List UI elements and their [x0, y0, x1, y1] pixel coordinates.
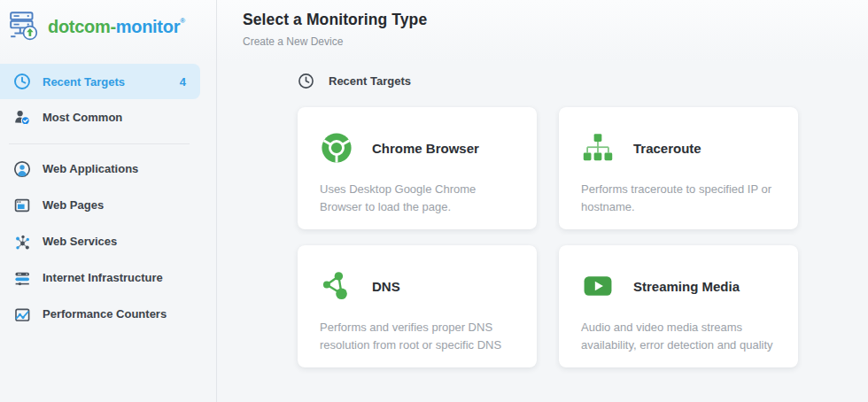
- section-label: Recent Targets: [329, 74, 411, 88]
- sidebar-item-label: Performance Counters: [43, 307, 186, 321]
- sidebar: dotcom-monitor® Recent Targets 4: [0, 0, 217, 402]
- sidebar-nav: Recent Targets 4 Most Common: [0, 64, 216, 332]
- card-streaming-media[interactable]: Streaming Media Audio and video media st…: [559, 245, 798, 367]
- page-title: Select a Monitoring Type: [243, 11, 868, 29]
- sidebar-item-label: Web Services: [43, 235, 186, 248]
- brand-logo[interactable]: dotcom-monitor®: [0, 0, 216, 53]
- card-title: Chrome Browser: [372, 141, 479, 156]
- card-description: Performs traceroute to specified IP or h…: [581, 181, 777, 216]
- card-title: DNS: [372, 279, 400, 294]
- sidebar-item-label: Recent Targets: [43, 75, 180, 89]
- card-traceroute[interactable]: Traceroute Performs traceroute to specif…: [559, 107, 798, 229]
- browser-window-icon: [12, 197, 31, 214]
- sidebar-item-web-pages[interactable]: Web Pages: [0, 187, 200, 223]
- card-title: Traceroute: [633, 141, 701, 156]
- dns-nodes-icon: [320, 269, 353, 303]
- server-upload-logo-icon: [8, 9, 40, 44]
- server-bars-icon: [12, 269, 31, 287]
- card-description: Performs and verifies proper DNS resolut…: [320, 319, 515, 354]
- play-media-icon: [581, 269, 615, 303]
- clock-icon: [12, 73, 31, 90]
- line-chart-icon: [12, 305, 31, 323]
- user-circle-icon: [12, 160, 31, 178]
- card-title: Streaming Media: [633, 279, 740, 294]
- monitoring-type-grid: Chrome Browser Uses Desktop Google Chrom…: [298, 107, 868, 367]
- sidebar-item-label: Web Applications: [43, 162, 186, 175]
- page-subtitle: Create a New Device: [243, 35, 868, 48]
- user-check-icon: [12, 108, 31, 126]
- sidebar-item-recent-targets[interactable]: Recent Targets 4: [0, 64, 200, 99]
- sidebar-item-label: Most Common: [43, 111, 186, 124]
- clock-icon: [298, 73, 314, 89]
- card-dns[interactable]: DNS Performs and verifies proper DNS res…: [298, 245, 537, 367]
- sidebar-divider: [9, 143, 190, 144]
- card-description: Audio and video media streams availabili…: [581, 319, 777, 354]
- brand-name: dotcom-monitor®: [48, 17, 185, 37]
- sidebar-item-web-services[interactable]: Web Services: [0, 223, 200, 259]
- sidebar-item-performance-counters[interactable]: Performance Counters: [0, 296, 200, 332]
- network-nodes-icon: [12, 233, 31, 251]
- sidebar-item-most-common[interactable]: Most Common: [0, 99, 200, 135]
- main-content: Select a Monitoring Type Create a New De…: [217, 0, 868, 402]
- sidebar-item-web-applications[interactable]: Web Applications: [0, 151, 200, 187]
- card-description: Uses Desktop Google Chrome Browser to lo…: [320, 181, 515, 216]
- recent-targets-count: 4: [180, 75, 186, 89]
- chrome-icon: [320, 131, 353, 165]
- sidebar-item-internet-infrastructure[interactable]: Internet Infrastructure: [0, 259, 200, 296]
- sidebar-item-label: Internet Infrastructure: [43, 271, 186, 284]
- traceroute-icon: [581, 131, 615, 165]
- card-chrome-browser[interactable]: Chrome Browser Uses Desktop Google Chrom…: [298, 107, 537, 229]
- sidebar-item-label: Web Pages: [43, 198, 186, 212]
- app-window: dotcom-monitor® Recent Targets 4: [0, 0, 868, 402]
- recent-targets-section-header: Recent Targets: [298, 72, 868, 89]
